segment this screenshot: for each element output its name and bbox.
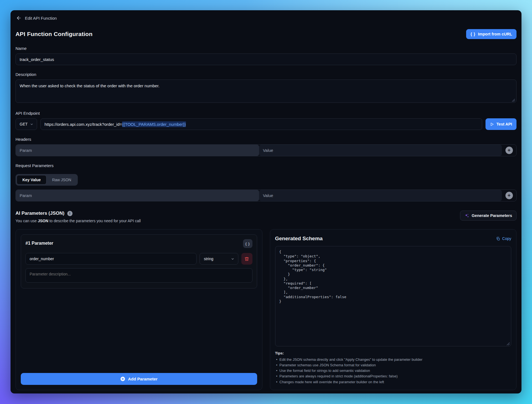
add-parameter-label: Add Parameter (128, 377, 157, 381)
test-api-label: Test API (497, 122, 512, 126)
tab-key-value[interactable]: Key Value (17, 175, 47, 185)
copy-schema-button[interactable]: Copy (496, 236, 511, 241)
app-window: Edit API Function API Function Configura… (11, 10, 521, 393)
back-arrow-icon (16, 15, 22, 21)
tip-item: Changes made here will override the para… (275, 379, 512, 385)
tip-item: Edit the JSON schema directly and click … (275, 357, 512, 362)
tip-item: Parameters are always required in strict… (275, 374, 512, 379)
header-param-input[interactable] (16, 145, 259, 156)
back-label: Edit API Function (25, 16, 57, 21)
page-title: API Function Configuration (16, 31, 92, 37)
request-params-tabs: Key Value Raw JSON (16, 174, 78, 186)
add-request-param-button[interactable]: + (502, 190, 516, 201)
parameter-card: #1 Parameter { } string (21, 234, 257, 288)
schema-title: Generated Schema (275, 236, 323, 242)
endpoint-url-input[interactable]: https://orders.api.com.xyz/track?order_i… (40, 118, 482, 130)
method-select[interactable]: GET (16, 118, 37, 130)
trash-icon (244, 257, 249, 261)
generate-parameters-label: Generate Parameters (472, 213, 512, 218)
info-icon[interactable]: i (67, 211, 73, 216)
parameter-type-value: string (204, 257, 213, 261)
method-value: GET (20, 122, 28, 126)
headers-kv-row: + (16, 144, 516, 156)
tip-item: Use the format field for strings to add … (275, 368, 512, 374)
copy-label: Copy (502, 236, 511, 241)
tip-item: Parameter schemas use JSON Schema format… (275, 362, 512, 368)
headers-label: Headers (16, 137, 516, 142)
name-input[interactable] (16, 53, 516, 65)
test-api-button[interactable]: Test API (485, 118, 516, 130)
top-bar: Edit API Function (16, 10, 516, 21)
add-parameter-button[interactable]: Add Parameter (21, 373, 257, 385)
chevron-down-icon (231, 257, 234, 261)
description-textarea[interactable]: When the user asked to check the status … (16, 80, 516, 103)
parameter-name-input[interactable] (25, 253, 197, 265)
request-param-input[interactable] (16, 190, 259, 201)
endpoint-url-param-token: {{TOOL_PARAMS.order_number}} (122, 121, 186, 127)
delete-parameter-button[interactable] (241, 253, 252, 265)
plus-circle-icon: + (505, 192, 513, 199)
header-value-input[interactable] (259, 145, 502, 156)
add-header-button[interactable]: + (502, 145, 516, 156)
plus-circle-icon: + (505, 147, 513, 154)
name-label: Name (16, 46, 516, 51)
curly-braces-icon: { } (471, 32, 476, 36)
schema-tips: Tips: Edit the JSON schema directly and … (275, 351, 512, 385)
tips-title: Tips: (275, 351, 512, 355)
plus-circle-icon (120, 376, 125, 382)
endpoint-label: API Endpoint (16, 111, 516, 116)
request-params-label: Request Parameters (16, 163, 516, 168)
tab-raw-json[interactable]: Raw JSON (47, 175, 77, 185)
play-icon (490, 122, 494, 126)
parameter-builder-panel: #1 Parameter { } string (16, 229, 262, 390)
description-label: Description (16, 72, 516, 77)
json-view-toggle-button[interactable]: { } (243, 239, 252, 248)
request-params-kv-row: + (16, 190, 516, 201)
curly-braces-icon: { } (245, 242, 250, 246)
ai-params-heading: AI Parameters (JSON) i You can use JSON … (16, 211, 141, 223)
schema-code-editor[interactable]: { "type": "object", "properties": { "ord… (275, 246, 512, 346)
parameter-card-title: #1 Parameter (25, 239, 53, 246)
import-curl-button[interactable]: { } Import from cURL (466, 29, 516, 39)
parameter-type-select[interactable]: string (200, 253, 238, 265)
chevron-down-icon (30, 122, 33, 126)
request-value-input[interactable] (259, 190, 502, 201)
generate-parameters-button[interactable]: Generate Parameters (460, 211, 516, 221)
endpoint-url-prefix: https://orders.api.com.xyz/track?order_i… (45, 122, 122, 127)
parameter-description-input[interactable] (25, 268, 252, 283)
back-button[interactable]: Edit API Function (16, 15, 57, 21)
import-curl-label: Import from cURL (478, 32, 512, 36)
endpoint-row: GET https://orders.api.com.xyz/track?ord… (16, 118, 516, 130)
generated-schema-panel: Generated Schema Copy { "type": "object"… (270, 229, 517, 390)
sparkles-icon (464, 213, 469, 218)
ai-params-title: AI Parameters (JSON) (16, 211, 64, 216)
ai-params-subtitle: You can use JSON to describe the paramet… (16, 219, 141, 223)
tips-list: Edit the JSON schema directly and click … (275, 357, 512, 385)
copy-icon (496, 237, 500, 241)
